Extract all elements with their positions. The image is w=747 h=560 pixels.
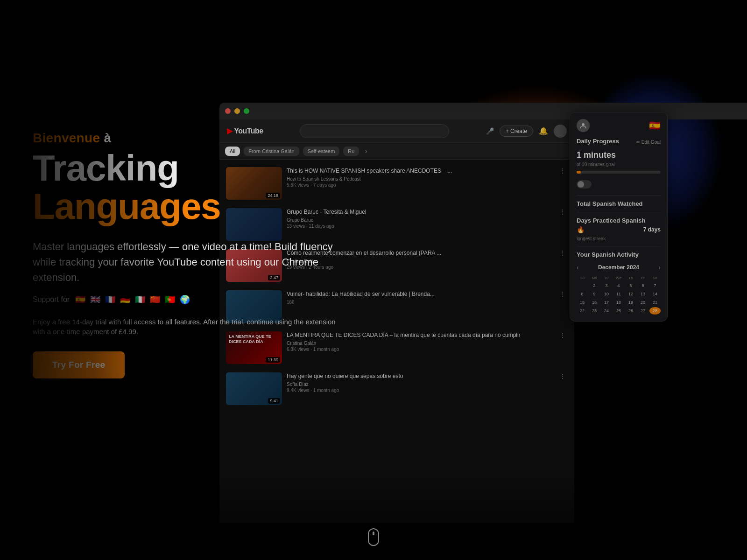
- scroll-mouse: [368, 528, 379, 546]
- cal-day-9[interactable]: 9: [589, 290, 600, 298]
- ext-streak-label: longest streak: [577, 236, 661, 241]
- cal-day-empty-1: [577, 282, 588, 289]
- cal-header-th: Th: [625, 275, 636, 281]
- cal-day-17[interactable]: 17: [601, 299, 612, 306]
- ext-divider-3: [577, 246, 661, 246]
- cal-day-3[interactable]: 3: [601, 282, 612, 289]
- try-for-free-button[interactable]: Try For Free: [33, 351, 125, 378]
- ext-daily-progress-title: Daily Progress: [577, 138, 619, 145]
- browser-max-dot: [244, 108, 249, 114]
- hero-section: ▶ YouTube 🎤 + Create 🔔 All From Cristina…: [0, 0, 747, 560]
- browser-close-dot: [225, 108, 231, 114]
- hero-description: Master languages effortlessly — one vide…: [33, 239, 341, 285]
- cal-day-26[interactable]: 26: [625, 307, 636, 315]
- cal-day-10[interactable]: 10: [601, 290, 612, 298]
- cal-header-su: Su: [577, 275, 588, 281]
- browser-min-dot: [234, 108, 240, 114]
- svg-point-0: [582, 123, 585, 126]
- flag-french: 🇫🇷: [104, 294, 116, 306]
- ext-top-icons: 🇪🇸: [577, 119, 661, 132]
- cal-day-21[interactable]: 21: [649, 299, 661, 306]
- yt-more-btn-2[interactable]: ⋮: [557, 208, 568, 216]
- cal-day-20[interactable]: 20: [637, 299, 648, 306]
- cal-prev-arrow[interactable]: ‹: [577, 264, 579, 271]
- cal-header-sa: Sa: [649, 275, 661, 281]
- ext-flag-spanish: 🇪🇸: [649, 120, 661, 131]
- cal-day-12[interactable]: 12: [625, 290, 636, 298]
- ext-divider-1: [577, 195, 661, 196]
- ext-progress-fill: [577, 171, 581, 174]
- cal-next-arrow[interactable]: ›: [658, 264, 661, 271]
- cal-day-18[interactable]: 18: [613, 299, 624, 306]
- filter-chip-ru[interactable]: Ru: [343, 147, 359, 156]
- trial-text: Enjoy a free 14-day trial with full acce…: [33, 317, 341, 336]
- cal-day-27[interactable]: 27: [637, 307, 648, 315]
- welcome-colored-text: Bienvenue: [33, 131, 100, 145]
- yt-mic-icon: 🎤: [486, 127, 494, 135]
- cal-day-11[interactable]: 11: [613, 290, 624, 298]
- cal-day-24[interactable]: 24: [601, 307, 612, 315]
- yt-meta-6: 9.4K views · 1 month ago: [287, 388, 553, 393]
- cal-day-16[interactable]: 16: [589, 299, 600, 306]
- ext-activity-title: Your Spanish Activity: [577, 251, 661, 258]
- cal-grid: Su Mo Tu We Th Fr Sa 2 3 4 5 6 7 8: [577, 275, 661, 315]
- cal-day-19[interactable]: 19: [625, 299, 636, 306]
- ext-flame-icon: 🔥: [577, 226, 585, 233]
- cal-day-7[interactable]: 7: [649, 282, 661, 289]
- ext-total-watched-title: Total Spanish Watched: [577, 200, 661, 207]
- support-line: Support for 🇪🇸 🇬🇧 🇫🇷 🇩🇪 🇮🇹 🇨🇳 🇵🇹 🌍: [33, 294, 341, 306]
- flag-portuguese: 🇵🇹: [164, 294, 176, 306]
- yt-more-btn-1[interactable]: ⋮: [557, 167, 568, 175]
- flag-english: 🇬🇧: [89, 294, 101, 306]
- ext-toggle[interactable]: [577, 180, 592, 189]
- ext-progress-bar: [577, 171, 661, 174]
- flag-german: 🇩🇪: [119, 294, 131, 306]
- yt-avatar: [554, 125, 567, 138]
- ext-goal-subtext: of 10 minutes goal: [577, 162, 661, 167]
- ext-daily-progress-header: Daily Progress ✏ Edit Goal: [577, 138, 661, 147]
- yt-more-btn-5[interactable]: ⋮: [557, 331, 568, 339]
- yt-more-btn-4[interactable]: ⋮: [557, 290, 568, 298]
- extension-panel: 🇪🇸 Daily Progress ✏ Edit Goal 1 minutes …: [570, 112, 668, 322]
- cal-header-mo: Mo: [589, 275, 600, 281]
- browser-chrome: [219, 103, 747, 119]
- cal-day-23[interactable]: 23: [589, 307, 600, 315]
- cal-header-we: We: [613, 275, 624, 281]
- main-heading: Tracking Languages: [33, 149, 341, 226]
- cal-day-8[interactable]: 8: [577, 290, 588, 298]
- yt-more-btn-6[interactable]: ⋮: [557, 372, 568, 380]
- ext-divider-2: [577, 212, 661, 212]
- cal-day-15[interactable]: 15: [577, 299, 588, 306]
- cal-day-28[interactable]: 28: [649, 307, 661, 315]
- yt-more-btn-3[interactable]: ⋮: [557, 249, 568, 257]
- ext-days-practiced-title: Days Practiced Spanish: [577, 217, 661, 224]
- cal-day-5[interactable]: 5: [625, 282, 636, 289]
- welcome-plain-text: à: [104, 131, 111, 145]
- heading-colored: Languages: [33, 186, 221, 227]
- cal-header-tu: Tu: [601, 275, 612, 281]
- cal-month-label: December 2024: [598, 264, 639, 271]
- ext-days-stat-row: 🔥 7 days: [577, 226, 661, 233]
- cal-day-22[interactable]: 22: [577, 307, 588, 315]
- welcome-line: Bienvenue à: [33, 131, 341, 146]
- scroll-wheel: [373, 532, 374, 535]
- scroll-indicator: [368, 528, 379, 546]
- yt-bell-icon: 🔔: [539, 126, 548, 135]
- cal-day-2[interactable]: 2: [589, 282, 600, 289]
- ext-minutes-value: 1 minutes: [577, 150, 661, 160]
- yt-channel-6: Sofía Díaz: [287, 382, 553, 387]
- cal-day-25[interactable]: 25: [613, 307, 624, 315]
- ext-days-value: 7 days: [643, 226, 661, 233]
- cal-day-6[interactable]: 6: [637, 282, 648, 289]
- flag-other: 🌍: [179, 294, 191, 306]
- cal-day-4[interactable]: 4: [613, 282, 624, 289]
- flag-spanish: 🇪🇸: [74, 294, 86, 306]
- yt-duration-6: 9:41: [268, 398, 280, 404]
- ext-edit-goal-btn[interactable]: ✏ Edit Goal: [636, 140, 661, 145]
- cal-day-14[interactable]: 14: [649, 290, 661, 298]
- yt-create-button[interactable]: + Create: [500, 126, 533, 137]
- cal-header-fr: Fr: [637, 275, 648, 281]
- cal-day-13[interactable]: 13: [637, 290, 648, 298]
- ext-toggle-knob: [578, 181, 584, 188]
- flag-chinese: 🇨🇳: [149, 294, 161, 306]
